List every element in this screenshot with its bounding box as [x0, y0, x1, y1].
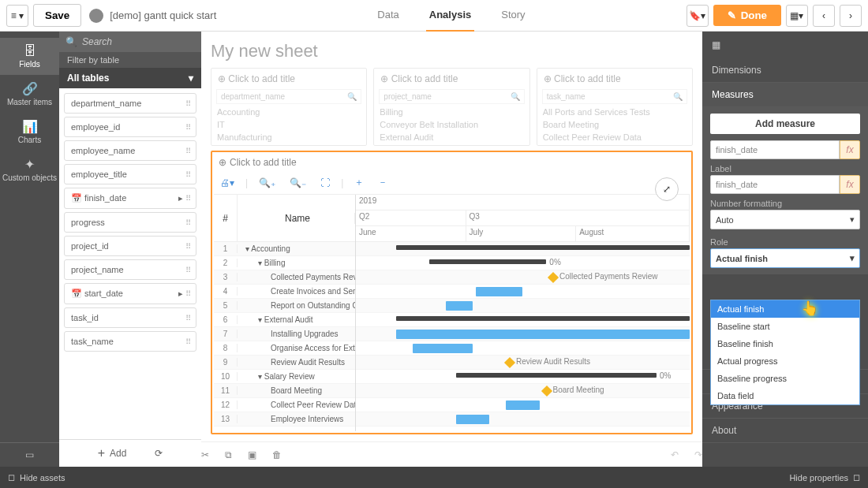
role-option[interactable]: Baseline start	[711, 318, 859, 335]
gantt-bar-row	[356, 327, 690, 341]
tab-story[interactable]: Story	[498, 0, 528, 32]
undo-icon[interactable]: ↶	[671, 449, 679, 460]
fx-button-2[interactable]: fx	[840, 175, 860, 194]
gantt-fit-icon[interactable]: ⛶	[317, 176, 333, 190]
rail-fields[interactable]: 🗄Fields	[0, 38, 59, 75]
table-icon: ▦	[702, 32, 868, 58]
fx-button-1[interactable]: fx	[840, 140, 860, 159]
gantt-row[interactable]: 1▾ Accounting	[214, 242, 355, 256]
save-button[interactable]: Save	[33, 4, 81, 27]
gantt-zoom-in-icon[interactable]: 🔍₊	[256, 176, 279, 190]
delete-icon[interactable]: 🗑	[272, 449, 282, 460]
tab-analysis[interactable]: Analysis	[426, 0, 474, 32]
right-panel: ▦ Dimensions Measures Add measure finish…	[702, 32, 868, 467]
rail-master-items[interactable]: 🔗Master items	[0, 75, 59, 113]
gantt-bar-row	[356, 299, 690, 313]
field-item[interactable]: project_name⠿	[64, 259, 196, 280]
field-item[interactable]: employee_name⠿	[64, 140, 196, 161]
gantt-row[interactable]: 4Create Invoices and Send	[214, 285, 355, 299]
gantt-row[interactable]: 10▾ Salary Review	[214, 370, 355, 384]
field-item[interactable]: task_id⠿	[64, 307, 196, 328]
role-select[interactable]: Actual finish▾	[710, 248, 860, 268]
label-input[interactable]: finish_date	[710, 175, 840, 194]
measure-field-input[interactable]: finish_date	[710, 140, 840, 159]
add-field-button[interactable]: +Add ⟳	[59, 439, 201, 467]
topbar: ≡ ▾ Save [demo] gantt quick start Data A…	[0, 0, 868, 32]
role-option[interactable]: Baseline finish	[711, 335, 859, 352]
tab-data[interactable]: Data	[374, 0, 402, 32]
copy-icon[interactable]: ⧉	[225, 449, 232, 460]
globe-icon	[89, 9, 103, 23]
field-item[interactable]: task_name⠿	[64, 331, 196, 352]
add-measure-button[interactable]: Add measure	[710, 114, 860, 134]
redo-icon[interactable]: ↷	[694, 449, 702, 460]
section-about[interactable]: About	[702, 419, 868, 443]
gantt-bar-row	[356, 313, 690, 327]
field-item[interactable]: 📅 start_date▸ ⠿	[64, 283, 196, 304]
table-select[interactable]: All tables▾	[59, 68, 201, 88]
gantt-bar-row: Board Meeting	[356, 384, 690, 398]
gantt-row[interactable]: 3Collected Payments Review	[214, 270, 355, 285]
gantt-row[interactable]: 9Review Audit Results	[214, 356, 355, 370]
cut-icon[interactable]: ✂	[201, 449, 209, 460]
done-button[interactable]: ✎Done	[713, 5, 781, 26]
rail-bottom-icon[interactable]: ▭	[0, 442, 59, 467]
fields-panel: 🔍 Search Filter by table All tables▾ dep…	[59, 32, 201, 467]
role-option[interactable]: Data field	[711, 387, 859, 404]
section-measures[interactable]: Measures	[702, 83, 868, 107]
field-item[interactable]: employee_title⠿	[64, 164, 196, 184]
gantt-row[interactable]: 5Report on Outstanding Co	[214, 299, 355, 313]
main: 🗄Fields 🔗Master items 📊Charts ✦Custom ob…	[0, 32, 868, 467]
gantt-row[interactable]: 7Installing Upgrades	[214, 327, 355, 341]
field-item[interactable]: employee_id⠿	[64, 117, 196, 137]
rail-charts[interactable]: 📊Charts	[0, 113, 59, 151]
rail-custom-objects[interactable]: ✦Custom objects	[0, 151, 59, 188]
gantt-zoom-out-icon[interactable]: 🔍₋	[286, 176, 309, 190]
gantt-bar-row: Review Audit Results	[356, 356, 690, 370]
number-formatting-label: Number formatting	[710, 199, 860, 208]
search-bar[interactable]: 🔍 Search	[59, 32, 201, 52]
role-dropdown: Actual finishBaseline startBaseline fini…	[710, 300, 860, 405]
next-button[interactable]: ›	[840, 5, 862, 27]
gantt-bar-row	[356, 285, 690, 299]
role-option[interactable]: Actual progress	[711, 352, 859, 370]
gantt-add-title[interactable]: ⊕ Click to add title	[214, 154, 690, 171]
gantt-bar-row: 0%	[356, 370, 690, 384]
hide-assets-bar[interactable]: ◻ Hide assets	[0, 467, 702, 488]
field-item[interactable]: project_id⠿	[64, 236, 196, 256]
gantt-add-icon[interactable]: ＋	[351, 174, 367, 191]
number-formatting-select[interactable]: Auto▾	[710, 210, 860, 229]
field-item[interactable]: 📅 finish_date▸ ⠿	[64, 188, 196, 209]
gantt-bar-row: 0%	[356, 256, 690, 270]
bookmark-button[interactable]: 🔖▾	[687, 5, 709, 27]
field-item[interactable]: progress⠿	[64, 212, 196, 233]
gantt-row[interactable]: 2▾ Billing	[214, 256, 355, 270]
role-label: Role	[710, 237, 860, 247]
nav-tabs: Data Analysis Story	[374, 0, 528, 32]
filter-by-table-label: Filter by table	[59, 52, 201, 68]
filter-card[interactable]: ⊕ Click to add titleproject_name🔍Billing…	[373, 68, 529, 146]
field-item[interactable]: department_name⠿	[64, 93, 196, 114]
role-option[interactable]: Actual finish	[711, 300, 859, 318]
gantt-row[interactable]: 6▾ External Audit	[214, 313, 355, 327]
paste-icon[interactable]: ▣	[248, 449, 256, 460]
gantt-print-icon[interactable]: 🖨▾	[217, 176, 238, 190]
prev-button[interactable]: ‹	[813, 5, 835, 27]
menu-button[interactable]: ≡ ▾	[6, 5, 28, 27]
gantt-row[interactable]: 12Collect Peer Review Data	[214, 398, 355, 412]
gantt-row[interactable]: 13Employee Interviews	[214, 412, 355, 427]
filter-card[interactable]: ⊕ Click to add titledepartment_name🔍Acco…	[211, 68, 367, 146]
hide-properties-bar[interactable]: Hide properties ◻	[702, 467, 868, 488]
gantt-row[interactable]: 11Board Meeting	[214, 384, 355, 398]
role-option[interactable]: Baseline progress	[711, 370, 859, 387]
sheet-grid-button[interactable]: ▦▾	[786, 5, 808, 27]
gantt-chart[interactable]: ⊕ Click to add title 🖨▾ | 🔍₊ 🔍₋ ⛶ | ＋ － …	[211, 151, 693, 434]
gantt-remove-icon[interactable]: －	[375, 174, 391, 191]
section-dimensions[interactable]: Dimensions	[702, 58, 868, 83]
gantt-toolbar: 🖨▾ | 🔍₊ 🔍₋ ⛶ | ＋ －	[214, 171, 690, 195]
sheet-title[interactable]: My new sheet	[211, 41, 693, 61]
filter-card[interactable]: ⊕ Click to add titletask_name🔍All Ports …	[537, 68, 693, 146]
gantt-bar-row	[356, 398, 690, 412]
measures-body: Add measure finish_date fx Label finish_…	[702, 107, 868, 274]
gantt-row[interactable]: 8Organise Access for Exter	[214, 341, 355, 356]
